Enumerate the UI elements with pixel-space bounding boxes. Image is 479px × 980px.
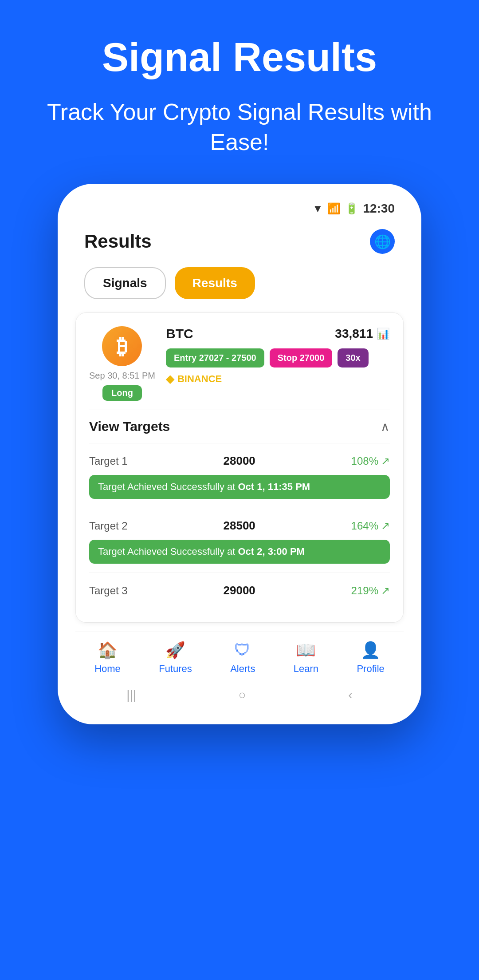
nav-item-home[interactable]: 🏠 Home <box>94 641 121 675</box>
signal-badges: Entry 27027 - 27500 Stop 27000 30x <box>166 348 390 368</box>
tabs-row: Signals Results <box>75 267 404 312</box>
target-3-value: 29000 <box>224 584 255 597</box>
target-1-info: Target 1 28000 108% ↗ <box>89 454 390 468</box>
signal-top-row: BTC 33,811 📊 <box>166 326 390 341</box>
nav-item-learn[interactable]: 📖 Learn <box>294 641 318 675</box>
status-bar: ▼ 📶 🔋 12:30 <box>75 202 404 225</box>
target-row-1: Target 1 28000 108% ↗ Target Achieved Su… <box>89 443 390 508</box>
battery-icon: 🔋 <box>345 202 358 215</box>
hero-title: Signal Results <box>102 36 377 79</box>
target-2-value: 28500 <box>224 519 255 533</box>
binance-icon: ◆ <box>166 373 174 385</box>
page-title: Results <box>84 231 152 252</box>
target-2-pct: 164% ↗ <box>351 520 390 532</box>
globe-icon[interactable]: 🌐 <box>370 229 395 254</box>
home-bar-menu: ||| <box>126 688 136 702</box>
bottom-nav: 🏠 Home 🚀 Futures 🛡 Alerts 📖 Learn 👤 Prof… <box>75 632 404 679</box>
direction-badge: Long <box>102 385 142 401</box>
signal-card-right: BTC 33,811 📊 Entry 27027 - 27500 Stop 27… <box>166 326 390 385</box>
exchange-name: BINANCE <box>177 373 222 385</box>
learn-icon: 📖 <box>296 641 316 660</box>
phone-mockup: ▼ 📶 🔋 12:30 Results 🌐 Signals Results ₿ … <box>58 184 421 724</box>
phone-home-bar: ||| ○ ‹ <box>75 679 404 707</box>
target-1-achieved-text: Target Achieved Successfully at <box>98 481 238 492</box>
hero-subtitle: Track Your Crypto Signal Results with Ea… <box>0 97 479 157</box>
signal-card-top: ₿ Sep 30, 8:51 PM Long BTC 33,811 📊 Entr… <box>89 326 390 401</box>
nav-item-profile[interactable]: 👤 Profile <box>357 641 384 675</box>
btc-icon: ₿ <box>102 326 142 366</box>
home-bar-back: ‹ <box>348 688 352 702</box>
target-3-label: Target 3 <box>89 585 128 597</box>
wifi-icon: ▼ <box>313 202 323 215</box>
target-row-3: Target 3 29000 219% ↗ <box>89 573 390 609</box>
home-icon: 🏠 <box>98 641 118 660</box>
target-1-value: 28000 <box>224 454 255 468</box>
signal-symbol: BTC <box>166 326 193 341</box>
target-row-2: Target 2 28500 164% ↗ Target Achieved Su… <box>89 508 390 573</box>
target-2-achieved-banner: Target Achieved Successfully at Oct 2, 3… <box>89 540 390 564</box>
profile-icon: 👤 <box>361 641 381 660</box>
status-time: 12:30 <box>363 202 395 216</box>
nav-item-alerts[interactable]: 🛡 Alerts <box>230 641 255 675</box>
view-targets-header[interactable]: View Targets ∧ <box>89 410 390 443</box>
target-1-pct: 108% ↗ <box>351 455 390 467</box>
hero-section: Signal Results Track Your Crypto Signal … <box>0 0 479 184</box>
signal-icon: 📶 <box>327 202 341 215</box>
nav-item-futures[interactable]: 🚀 Futures <box>159 641 192 675</box>
target-2-label: Target 2 <box>89 520 128 532</box>
arrow-up-icon-3: ↗ <box>381 585 390 597</box>
phone-header: Results 🌐 <box>75 225 404 267</box>
target-1-achieved-date: Oct 1, 11:35 PM <box>238 481 310 492</box>
signal-price: 33,811 📊 <box>335 327 390 341</box>
arrow-up-icon-2: ↗ <box>381 520 390 532</box>
leverage-badge: 30x <box>338 348 368 368</box>
alerts-icon: 🛡 <box>235 641 251 660</box>
target-3-info: Target 3 29000 219% ↗ <box>89 584 390 597</box>
entry-badge: Entry 27027 - 27500 <box>166 348 264 368</box>
tab-signals[interactable]: Signals <box>84 267 166 299</box>
stop-badge: Stop 27000 <box>270 348 333 368</box>
tab-results[interactable]: Results <box>175 267 255 299</box>
chevron-up-icon: ∧ <box>381 419 390 434</box>
target-2-achieved-text: Target Achieved Successfully at <box>98 546 238 557</box>
signal-date: Sep 30, 8:51 PM <box>89 371 155 381</box>
nav-label-learn: Learn <box>294 663 318 675</box>
signal-card: ₿ Sep 30, 8:51 PM Long BTC 33,811 📊 Entr… <box>75 312 404 623</box>
nav-label-home: Home <box>94 663 121 675</box>
target-1-achieved-banner: Target Achieved Successfully at Oct 1, 1… <box>89 475 390 499</box>
chart-icon: 📊 <box>377 328 390 340</box>
status-icons: ▼ 📶 🔋 12:30 <box>313 202 395 216</box>
arrow-up-icon-1: ↗ <box>381 455 390 467</box>
target-1-label: Target 1 <box>89 455 128 467</box>
view-targets-label: View Targets <box>89 419 170 434</box>
target-2-achieved-date: Oct 2, 3:00 PM <box>238 546 305 557</box>
btc-icon-wrap: ₿ Sep 30, 8:51 PM Long <box>89 326 155 401</box>
futures-icon: 🚀 <box>165 641 185 660</box>
nav-label-alerts: Alerts <box>230 663 255 675</box>
home-bar-home: ○ <box>239 688 246 702</box>
binance-logo: ◆ BINANCE <box>166 373 390 385</box>
nav-label-futures: Futures <box>159 663 192 675</box>
target-2-info: Target 2 28500 164% ↗ <box>89 519 390 533</box>
target-3-pct: 219% ↗ <box>351 585 390 597</box>
nav-label-profile: Profile <box>357 663 384 675</box>
